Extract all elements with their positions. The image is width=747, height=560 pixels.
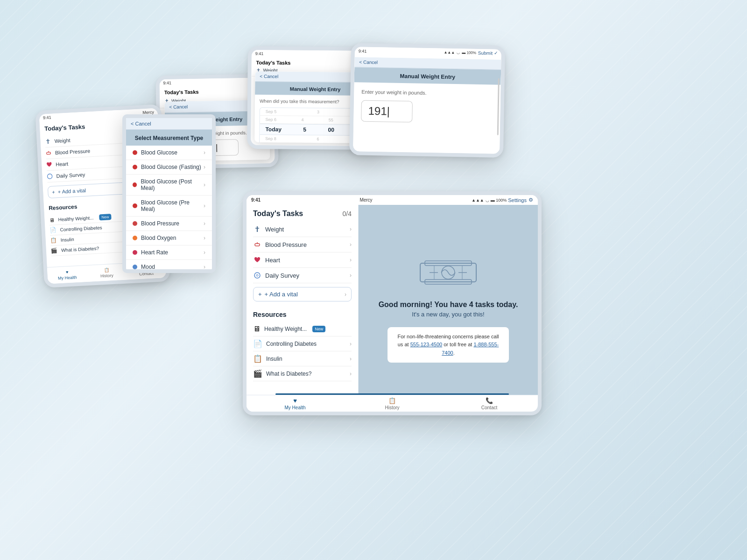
top3-submit[interactable]: Submit ✓	[478, 50, 498, 56]
small-survey-label: Daily Survey	[56, 172, 85, 179]
settings-label: Settings	[508, 197, 527, 203]
heart-icon	[253, 256, 261, 264]
pressure-icon	[46, 150, 52, 156]
measure-blood-pressure[interactable]: Blood Pressure ›	[126, 217, 212, 231]
video-icon: 🎬	[51, 247, 58, 254]
resource-insulin-label: Insulin	[266, 356, 282, 362]
video-icon: 🖥	[49, 217, 55, 223]
top1-cancel[interactable]: < Cancel	[169, 104, 188, 110]
signal-icon: ▲▲▲	[444, 50, 455, 55]
measure-blood-glucose-post[interactable]: Blood Glucose (Post Meal) ›	[126, 175, 212, 196]
svg-point-18	[47, 174, 52, 179]
measure-heart-rate[interactable]: Heart Rate ›	[126, 245, 212, 260]
task-heart[interactable]: Heart ›	[253, 252, 352, 268]
history-nav-icon: 📋	[104, 267, 110, 273]
task-heart-label: Heart	[265, 257, 280, 264]
svg-point-4	[254, 273, 260, 278]
task-daily-survey[interactable]: Daily Survey ›	[253, 268, 352, 283]
blood-glucose-icon	[133, 150, 137, 155]
resource-what-is-diabetes[interactable]: 🎬 What is Diabetes? ›	[253, 366, 352, 381]
video-icon: 🖥	[253, 325, 261, 333]
measure-blood-glucose[interactable]: Blood Glucose ›	[126, 146, 212, 160]
resource-controlling-diabetes[interactable]: 📄 Controlling Diabetes ›	[253, 336, 352, 351]
split-view: Today's Tasks 0/4 Weight ›	[247, 205, 538, 412]
main-status-bar: 9:41 Mercy ▲▲▲ ◡ ▬ 100% Settings ⚙	[247, 195, 538, 205]
task-survey-label: Daily Survey	[265, 272, 299, 279]
measure-cancel[interactable]: < Cancel	[131, 121, 151, 126]
plus-icon: +	[52, 189, 55, 195]
new-badge: New	[312, 326, 325, 332]
top3-time: 9:41	[359, 49, 367, 53]
gear-icon: ⚙	[529, 197, 533, 203]
plus-icon: +	[258, 291, 262, 298]
small-nav-myhealth[interactable]: ♥ My Health	[47, 269, 87, 281]
tasks-count: 0/4	[343, 210, 352, 217]
status-icons: ▲▲▲ ◡ ▬ 100% Settings ⚙	[472, 197, 533, 203]
greeting-message: Good morning! You have 4 tasks today.	[379, 301, 518, 309]
top2-cancel[interactable]: < Cancel	[260, 74, 278, 79]
measure-screen: < Cancel Select Measurement Type Blood G…	[126, 118, 212, 269]
top2-tasks-title: Today's Tasks	[256, 60, 291, 66]
top3-modal-body: Enter your weight in pounds. 191|	[353, 82, 501, 130]
measurement-modal: < Cancel Select Measurement Type Blood G…	[122, 114, 216, 273]
status-carrier: Mercy	[359, 197, 372, 203]
small-nav-history[interactable]: 📋 History	[87, 266, 127, 279]
nav-contact[interactable]: 📞 Contact	[441, 397, 538, 410]
measure-blood-glucose-pre[interactable]: Blood Glucose (Pre Meal) ›	[126, 196, 212, 217]
top1-time: 9:41	[163, 81, 171, 85]
task-panel: Today's Tasks 0/4 Weight ›	[247, 205, 358, 306]
svg-rect-16	[47, 152, 51, 154]
phone1-link[interactable]: 555-123-4500	[410, 342, 443, 347]
small-cd-label: Controlling Diabetes	[60, 225, 102, 232]
battery-icon: ▬ 100%	[462, 50, 476, 55]
blood-glucose-fasting-icon	[133, 165, 137, 169]
settings-btn[interactable]: Settings ⚙	[508, 197, 533, 203]
new-badge: New	[99, 214, 112, 220]
top3-modal-title: Manual Weight Entry	[400, 73, 456, 80]
nav-my-health-label: My Health	[284, 405, 305, 410]
bottom-nav: ♥ My Health 📋 History 📞 Contact	[247, 395, 538, 412]
resource-insulin[interactable]: 📋 Insulin ›	[253, 351, 352, 366]
top3-hint: Enter your weight in pounds.	[361, 89, 493, 97]
chevron-icon: ›	[204, 249, 205, 256]
measure-mood[interactable]: Mood ›	[126, 260, 212, 269]
weight-icon	[253, 225, 261, 233]
top-ipad3: 9:41 ▲▲▲ ◡ ▬ 100% Submit ✓ < Cancel Manu…	[349, 43, 505, 158]
survey-icon	[47, 174, 53, 180]
chevron-icon: ›	[345, 291, 346, 298]
resource-wid-label: What is Diabetes?	[266, 371, 311, 377]
main-screen: 9:41 Mercy ▲▲▲ ◡ ▬ 100% Settings ⚙ Today…	[247, 195, 538, 412]
contact-box: For non-life-threatening concerns please…	[388, 327, 509, 363]
small-add-vital-label: + Add a vital	[58, 188, 86, 195]
small-weight-label: Weight	[54, 137, 70, 144]
nav-my-health[interactable]: ♥ My Health	[247, 397, 344, 410]
signal-icon: ▲▲▲	[472, 198, 484, 203]
svg-point-5	[256, 274, 258, 276]
top2-time: 9:41	[255, 51, 264, 56]
measure-blood-glucose-fasting[interactable]: Blood Glucose (Fasting) ›	[126, 160, 212, 175]
top3-weight-input[interactable]: 191|	[361, 100, 413, 123]
top3-screen: 9:41 ▲▲▲ ◡ ▬ 100% Submit ✓ < Cancel Manu…	[353, 47, 501, 154]
add-vital-label: + Add a vital	[265, 291, 298, 298]
chevron-icon: ›	[350, 371, 352, 377]
wifi-icon: ◡	[457, 50, 460, 55]
task-weight[interactable]: Weight ›	[253, 222, 352, 237]
history-nav-icon: 📋	[388, 397, 396, 404]
small-hw-label: Healthy Weight...	[58, 215, 93, 222]
svg-line-14	[48, 139, 48, 144]
add-vital-button[interactable]: + + Add a vital ›	[253, 287, 352, 301]
main-ipad: 9:41 Mercy ▲▲▲ ◡ ▬ 100% Settings ⚙ Today…	[243, 191, 542, 415]
task-header: Today's Tasks 0/4	[253, 210, 352, 218]
chevron-icon: ›	[350, 341, 352, 347]
top3-cancel[interactable]: < Cancel	[359, 59, 378, 65]
task-bp-label: Blood Pressure	[265, 241, 307, 248]
task-blood-pressure[interactable]: Blood Pressure ›	[253, 237, 352, 252]
blood-glucose-post-icon	[133, 182, 137, 187]
pressure-icon	[253, 240, 261, 249]
battery-icon: ▬ 100%	[491, 198, 507, 203]
phone2-link[interactable]: 1-888-555-7400	[442, 342, 499, 356]
resource-healthy-weight[interactable]: 🖥 Healthy Weight... New	[253, 322, 352, 336]
measure-blood-oxygen[interactable]: Blood Oxygen ›	[126, 231, 212, 245]
chevron-icon: ›	[204, 235, 205, 241]
nav-history[interactable]: 📋 History	[344, 397, 441, 410]
